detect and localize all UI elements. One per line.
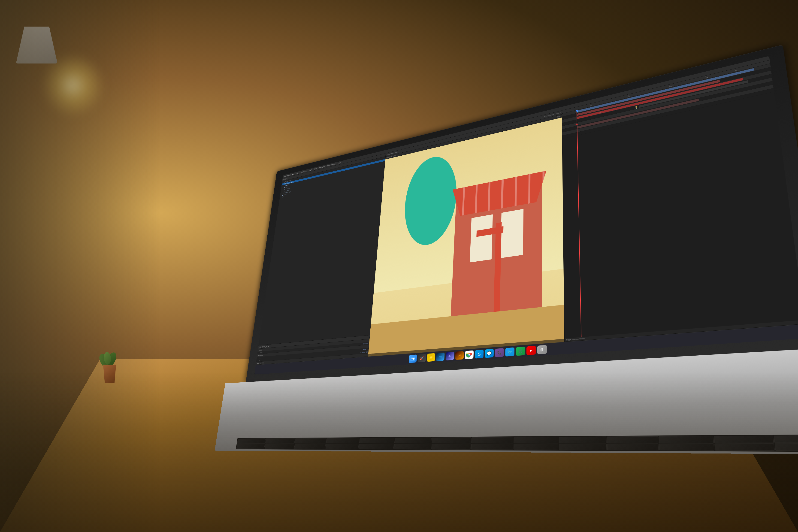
dock-sketch-icon[interactable] <box>427 353 435 362</box>
key-25[interactable] <box>607 443 659 451</box>
ae-left-panel: Project ▶ to v2 - Timer ▼ Timer_Asc_BG_1… <box>255 154 386 365</box>
key-17[interactable] <box>294 444 326 449</box>
key-21[interactable] <box>431 444 471 450</box>
dock-aftereffects-icon[interactable]: Ae <box>445 352 454 361</box>
dock-trash-icon[interactable]: 🗑 <box>537 345 547 355</box>
dock-skype-icon[interactable]: 💬 <box>484 349 494 358</box>
dock-twitter-icon[interactable]: 🐦 <box>505 347 514 357</box>
dock-launchpad-icon[interactable]: 🚀 <box>418 354 426 362</box>
ae-text: Ae <box>449 355 451 358</box>
key-18[interactable] <box>326 444 359 449</box>
key-26[interactable] <box>659 443 715 451</box>
key-14[interactable] <box>774 435 798 443</box>
key-2[interactable] <box>265 438 295 443</box>
skype-s-letter: S <box>478 352 481 357</box>
tick-20f2 <box>735 69 735 70</box>
menu-layer[interactable]: Layer <box>309 169 312 171</box>
key-22[interactable] <box>471 444 513 450</box>
scene: After Effects File Edit Composition Laye… <box>0 0 798 532</box>
ae-project-panel: ▶ to v2 - Timer ▼ Timer_Asc_BG_1 ▶ Night… <box>259 156 386 346</box>
add-label: Add <box>257 363 259 364</box>
screen-bezel: After Effects File Edit Composition Laye… <box>254 56 798 375</box>
dock-photoshop-icon[interactable]: Ps <box>436 353 445 361</box>
plant-container <box>96 342 124 383</box>
scale-label: Scale <box>260 352 263 354</box>
menu-file[interactable]: File <box>292 173 294 175</box>
key-23[interactable] <box>514 444 558 450</box>
youtube-emoji: ▶ <box>530 349 532 353</box>
key-15[interactable] <box>236 444 265 449</box>
viber-emoji: 📞 <box>497 351 502 355</box>
menu-edit[interactable]: Edit <box>296 172 298 174</box>
key-20[interactable] <box>394 444 431 450</box>
layer-props-title: 15. White_BK ▼ <box>259 345 269 348</box>
menu-help[interactable]: Help <box>338 162 341 164</box>
key-6[interactable] <box>394 438 432 443</box>
parent-value[interactable]: None ▼ <box>363 349 368 350</box>
key-16[interactable] <box>265 444 294 449</box>
ai-text: Ai <box>458 355 461 357</box>
comp-building-window-2 <box>500 209 524 258</box>
full-quality-display: (Full) <box>557 116 560 118</box>
after-effects-ui: After Effects File Edit Composition Laye… <box>254 56 798 375</box>
reset-label: Reset <box>259 349 262 351</box>
key-11[interactable] <box>607 436 658 443</box>
parent-label: Parent <box>259 357 262 359</box>
key-27[interactable] <box>715 443 775 451</box>
view-label: 1 View <box>556 112 560 115</box>
key-13[interactable] <box>714 436 774 443</box>
macbook-laptop: After Effects File Edit Composition Laye… <box>215 34 798 455</box>
macbook-lid: After Effects File Edit Composition Laye… <box>246 45 798 382</box>
key-19[interactable] <box>359 444 394 449</box>
skype-emoji: 💬 <box>487 351 492 356</box>
scale-value[interactable]: 0.0,0.0% <box>363 343 368 345</box>
dock-spotify-icon[interactable]: 🎵 <box>516 347 525 356</box>
dock-viber-icon[interactable]: 📞 <box>495 348 504 357</box>
key-4[interactable] <box>326 438 360 443</box>
key-5[interactable] <box>359 438 394 443</box>
key-10[interactable] <box>558 437 606 443</box>
playhead-line <box>576 110 582 337</box>
spotify-emoji: 🎵 <box>518 349 523 354</box>
ae-right-panel: 10f 20f 01.00f 10f 20f <box>562 60 798 342</box>
fps-display: 200% <box>393 155 396 157</box>
key-7[interactable] <box>432 437 471 443</box>
comp-ruler-text: 01.00f <box>369 355 372 356</box>
lamp-body <box>16 26 57 63</box>
plant-pot <box>101 365 118 383</box>
key-9[interactable] <box>514 437 558 443</box>
key-1[interactable] <box>237 438 266 443</box>
dock-chrome-icon[interactable] <box>465 350 474 359</box>
key-24[interactable] <box>559 443 607 450</box>
inverted-label: Inverted <box>260 362 264 364</box>
tick-10f2 <box>706 76 706 77</box>
ps-text: Ps <box>439 356 442 358</box>
menu-view[interactable]: View <box>326 165 329 167</box>
twitter-emoji: 🐦 <box>507 349 512 355</box>
layer-link-label: ⊙ <box>259 360 260 361</box>
macbook-keyboard <box>236 434 798 452</box>
trash-emoji: 🗑 <box>540 347 544 353</box>
track-area: ☞ ⏳ ⏳ <box>562 64 798 339</box>
dock-youtube-icon[interactable]: ▶ <box>527 346 536 355</box>
comp-building-window <box>470 214 493 263</box>
dock-finder-icon[interactable] <box>409 355 417 363</box>
key-28[interactable] <box>775 443 798 451</box>
key-3[interactable] <box>295 438 326 443</box>
layer-link-value[interactable]: 15. White_BK <box>360 352 367 353</box>
tick-01 <box>669 85 669 87</box>
tick-10f <box>589 104 590 105</box>
dock-skype-s-icon[interactable]: S <box>475 350 484 359</box>
key-8[interactable] <box>471 437 513 443</box>
ae-main-area: Project ▶ to v2 - Timer ▼ Timer_Asc_BG_1… <box>255 60 798 365</box>
key-12[interactable] <box>659 436 714 443</box>
menu-effect[interactable]: Effect <box>314 168 317 170</box>
dock-illustrator-icon[interactable]: Ai <box>455 351 464 360</box>
comp-view-options: ▼ <box>541 116 543 118</box>
